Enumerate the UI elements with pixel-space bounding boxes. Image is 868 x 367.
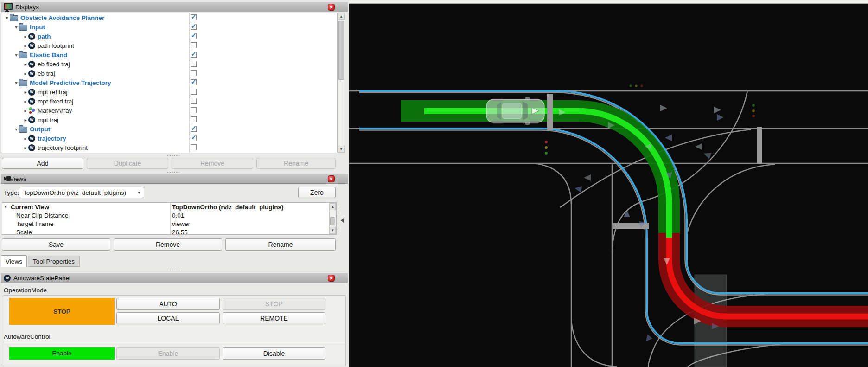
autoware-display-icon (28, 61, 35, 68)
current-view-properties[interactable]: ▾ Current View TopDownOrtho (rviz_defaul… (2, 202, 337, 235)
tree-row-trajectory[interactable]: ▸ trajectory (1, 134, 337, 143)
scrollbar-thumb[interactable] (338, 21, 344, 80)
visibility-checkbox[interactable] (191, 79, 197, 85)
collapse-splitter-icon[interactable] (341, 218, 344, 223)
expander-icon[interactable]: ▾ (13, 52, 19, 58)
tree-row-obstacle-avoidance-planner[interactable]: ▾ Obstacle Avoidance Planner (1, 13, 337, 22)
scrollbar-thumb[interactable] (330, 217, 335, 225)
displays-close-button[interactable]: ✕ (328, 4, 335, 11)
autoware-display-icon (28, 98, 35, 105)
splitter-handle[interactable]: •••••• (0, 269, 348, 272)
properties-scrollbar[interactable]: ▲ ▼ (329, 203, 336, 234)
visibility-checkbox[interactable] (191, 42, 197, 48)
expander-icon[interactable]: ▸ (23, 108, 28, 113)
remote-button[interactable]: REMOTE (223, 312, 326, 324)
save-view-button[interactable]: Save (2, 238, 110, 251)
expander-icon[interactable]: ▸ (23, 34, 28, 39)
zero-button[interactable]: Zero (298, 187, 336, 198)
tree-row-input[interactable]: ▾ Input (1, 22, 337, 32)
remove-display-button[interactable]: Remove (172, 158, 253, 169)
enable-button[interactable]: Enable (116, 347, 220, 360)
scroll-down-icon[interactable]: ▼ (330, 227, 336, 234)
views-close-button[interactable]: ✕ (328, 175, 335, 182)
tree-row-output[interactable]: ▾ Output (1, 124, 337, 134)
tree-row-mpt-ref-traj[interactable]: ▸ mpt ref traj (1, 87, 337, 97)
displays-icon (4, 3, 13, 10)
displays-panel-titlebar[interactable]: Displays ✕ (1, 2, 348, 12)
tab-tool-properties[interactable]: Tool Properties (28, 256, 80, 267)
tree-row-eb-fixed-traj[interactable]: ▸ eb fixed traj (1, 59, 337, 69)
visibility-checkbox[interactable] (191, 61, 197, 67)
visibility-checkbox[interactable] (191, 89, 197, 95)
local-button[interactable]: LOCAL (116, 312, 220, 324)
stop-button[interactable]: STOP (223, 298, 326, 310)
tree-row-markerarray[interactable]: ▸ MarkerArray (1, 106, 337, 115)
tree-row-mpt-traj[interactable]: ▸ mpt traj (1, 115, 337, 124)
splitter-handle[interactable]: •••••• (0, 155, 348, 157)
tree-row-path-footprint[interactable]: ▸ path footprint (1, 41, 337, 50)
splitter-line (338, 206, 338, 218)
visibility-checkbox[interactable] (191, 126, 197, 132)
expander-icon[interactable]: ▾ (13, 25, 19, 30)
tree-row-mpt-fixed-traj[interactable]: ▸ mpt fixed traj (1, 97, 337, 106)
duplicate-button[interactable]: Duplicate (87, 158, 168, 169)
property-row-scale[interactable]: Scale 26.55 (2, 228, 336, 235)
property-row-current-view[interactable]: ▾ Current View TopDownOrtho (rviz_defaul… (2, 203, 336, 211)
expander-icon[interactable]: ▾ (5, 205, 7, 209)
folder-icon (19, 80, 27, 86)
visibility-checkbox[interactable] (191, 144, 197, 150)
autoware-display-icon (28, 116, 35, 123)
expander-icon[interactable]: ▸ (23, 43, 28, 48)
displays-panel-title: Displays (15, 4, 39, 11)
property-row-target-frame[interactable]: Target Frame viewer (2, 219, 336, 228)
expander-icon[interactable]: ▸ (23, 145, 28, 150)
expander-icon[interactable]: ▾ (4, 15, 10, 20)
visibility-checkbox[interactable] (191, 24, 197, 30)
state-panel-close-button[interactable]: ✕ (328, 275, 335, 282)
tree-row-model-predictive-trajectory[interactable]: ▾ Model Predictive Trajectory (1, 78, 337, 87)
expander-icon[interactable]: ▸ (23, 136, 28, 141)
3d-viewport[interactable] (349, 0, 868, 367)
tab-views[interactable]: Views (1, 255, 27, 267)
visibility-checkbox[interactable] (191, 70, 197, 76)
tree-row-path[interactable]: ▸ path (1, 32, 337, 41)
visibility-checkbox[interactable] (191, 33, 197, 39)
expander-icon[interactable]: ▸ (23, 62, 28, 67)
type-label: Type: (4, 189, 19, 196)
autoware-icon (4, 275, 11, 282)
disable-button[interactable]: Disable (223, 347, 326, 360)
visibility-checkbox[interactable] (191, 52, 197, 58)
expander-icon[interactable]: ▸ (23, 99, 28, 104)
rename-display-button[interactable]: Rename (256, 158, 336, 169)
scroll-up-icon[interactable]: ▲ (338, 13, 345, 20)
scroll-up-icon[interactable]: ▲ (330, 203, 336, 210)
folder-icon (10, 15, 18, 21)
visibility-checkbox[interactable] (191, 135, 197, 141)
scroll-down-icon[interactable]: ▼ (338, 146, 345, 153)
expander-icon[interactable]: ▸ (23, 71, 28, 76)
displays-tree-scrollbar[interactable]: ▲ ▼ (338, 13, 345, 153)
folder-icon (19, 127, 27, 133)
tree-row-elastic-band[interactable]: ▾ Elastic Band (1, 50, 337, 59)
visibility-checkbox[interactable] (191, 107, 197, 113)
tree-row-trajectory-footprint[interactable]: ▸ trajectory footprint (1, 143, 337, 152)
expander-icon[interactable]: ▸ (23, 90, 28, 95)
views-panel-titlebar[interactable]: Views ✕ (1, 174, 348, 184)
visibility-checkbox[interactable] (191, 116, 197, 122)
remove-view-button[interactable]: Remove (114, 238, 222, 251)
tree-row-eb-traj[interactable]: ▸ eb traj (1, 69, 337, 78)
view-type-dropdown[interactable]: TopDownOrtho (rviz_default_plugins) ▾ (19, 187, 144, 198)
expander-icon[interactable]: ▸ (23, 117, 28, 122)
expander-icon[interactable]: ▾ (13, 127, 19, 132)
autoware-display-icon (28, 33, 35, 40)
property-row-near-clip[interactable]: Near Clip Distance 0.01 (2, 211, 336, 219)
viewport-top-strip (349, 0, 868, 3)
displays-tree[interactable]: ▾ Obstacle Avoidance Planner ▾ Input ▸ p… (1, 13, 338, 153)
expander-icon[interactable]: ▾ (13, 80, 19, 85)
visibility-checkbox[interactable] (191, 98, 197, 104)
state-panel-titlebar[interactable]: AutowareStatePanel ✕ (1, 273, 348, 283)
rename-view-button[interactable]: Rename (225, 238, 336, 251)
add-button[interactable]: Add (2, 158, 83, 169)
auto-button[interactable]: AUTO (116, 298, 220, 310)
visibility-checkbox[interactable] (191, 14, 197, 20)
